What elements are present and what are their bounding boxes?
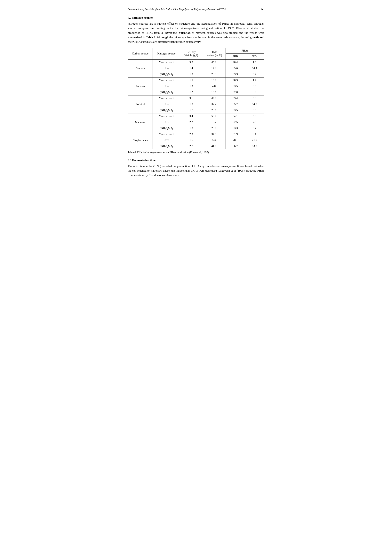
- nitrogen-source-cell: (NH4)2SO4: [153, 125, 180, 131]
- data-cell-hb: 93.3: [225, 125, 245, 131]
- data-cell-hv: 13.3: [245, 143, 264, 149]
- data-cell-cdw: 2.7: [180, 143, 202, 149]
- carbon-source-cell: Sorbitol: [128, 95, 153, 113]
- col-header-celldry: Cell dryWeight (g/l): [180, 48, 202, 60]
- nitrogen-source-cell: Yeast extract: [153, 113, 180, 119]
- section-63-heading: 6.3 Fermentation time: [128, 159, 264, 162]
- data-cell-content: 28.1: [202, 107, 225, 113]
- data-cell-hv: 6.7: [245, 125, 264, 131]
- data-cell-cdw: 1.6: [180, 137, 202, 143]
- table-row: MannitolYeast extract3.458.794.15.9: [128, 113, 264, 119]
- page-header: Fermentation of Sweet Sorghum into Added…: [128, 6, 264, 11]
- data-cell-hb: 92.0: [225, 89, 245, 95]
- table-row: SorbitolYeast extract3.144.893.46.9: [128, 95, 264, 101]
- data-cell-hv: 1.6: [245, 60, 264, 65]
- data-cell-hb: 92.5: [225, 119, 245, 125]
- nitrogen-source-cell: Urea: [153, 137, 180, 143]
- data-cell-content: 18.9: [202, 78, 225, 83]
- nitrogen-source-cell: (NH4)2SO4: [153, 143, 180, 149]
- data-cell-hb: 91.9: [225, 131, 245, 137]
- carbon-source-cell: Glucose: [128, 60, 153, 78]
- data-cell-hv: 6.5: [245, 83, 264, 89]
- data-cell-content: 5.3: [202, 137, 225, 143]
- data-cell-hv: 8.0: [245, 89, 264, 95]
- data-cell-hv: 8.1: [245, 131, 264, 137]
- data-cell-content: 29.3: [202, 71, 225, 78]
- data-cell-cdw: 1.3: [180, 83, 202, 89]
- data-cell-hv: 6.7: [245, 71, 264, 78]
- page-header-title: Fermentation of Sweet Sorghum into Added…: [128, 8, 226, 11]
- data-cell-content: 34.5: [202, 131, 225, 137]
- data-cell-hb: 78.1: [225, 137, 245, 143]
- data-cell-hv: 14.4: [245, 65, 264, 71]
- data-cell-hb: 85.7: [225, 101, 245, 107]
- data-cell-hb: 98.3: [225, 78, 245, 83]
- data-cell-cdw: 1.7: [180, 107, 202, 113]
- data-cell-cdw: 1.5: [180, 78, 202, 83]
- data-cell-hb: 93.3: [225, 71, 245, 78]
- data-cell-cdw: 1.8: [180, 125, 202, 131]
- data-cell-content: 37.2: [202, 101, 225, 107]
- nitrogen-source-cell: Urea: [153, 101, 180, 107]
- data-cell-hv: 6.9: [245, 95, 264, 101]
- carbon-source-cell: Sucrose: [128, 78, 153, 95]
- table-4: Carbon source Nitrogen source Cell dryWe…: [128, 48, 264, 154]
- nitrogen-source-cell: (NH4)2SO4: [153, 71, 180, 78]
- data-cell-content: 14.8: [202, 65, 225, 71]
- section-62: 6.2 Nitrogen sources Nitrogen sources ar…: [128, 16, 264, 44]
- data-cell-hv: 14.3: [245, 101, 264, 107]
- col-header-phas-content: PHAscontent (wt%): [202, 48, 225, 60]
- data-cell-hb: 94.1: [225, 113, 245, 119]
- section-63: 6.3 Fermentation time Timm & Steinbuchel…: [128, 159, 264, 178]
- data-cell-hv: 6.5: [245, 107, 264, 113]
- data-cell-hb: 66.7: [225, 143, 245, 149]
- data-cell-content: 4.0: [202, 83, 225, 89]
- data-cell-hb: 98.4: [225, 60, 245, 65]
- data-cell-content: 58.7: [202, 113, 225, 119]
- data-cell-cdw: 1.4: [180, 65, 202, 71]
- nitrogen-source-cell: Yeast extract: [153, 60, 180, 65]
- data-cell-cdw: 3.2: [180, 60, 202, 65]
- data-cell-content: 45.2: [202, 60, 225, 65]
- col-header-phas-group: PHAs: [225, 48, 264, 54]
- col-header-3hv: 3HV: [245, 54, 264, 60]
- data-cell-hv: 1.7: [245, 78, 264, 83]
- table-row: Na-gluconateYeast extract2.334.591.98.1: [128, 131, 264, 137]
- data-cell-hv: 5.9: [245, 113, 264, 119]
- table-row: GlucoseYeast extract3.245.298.41.6: [128, 60, 264, 65]
- nitrogen-source-cell: Yeast extract: [153, 78, 180, 83]
- nitrogen-sources-table: Carbon source Nitrogen source Cell dryWe…: [128, 48, 264, 149]
- nitrogen-source-cell: (NH4)2SO4: [153, 107, 180, 113]
- data-cell-cdw: 1.8: [180, 101, 202, 107]
- data-cell-content: 29.0: [202, 125, 225, 131]
- section-62-heading: 6.2 Nitrogen sources: [128, 16, 264, 20]
- col-header-3hb: 3HB: [225, 54, 245, 60]
- nitrogen-source-cell: (NH4)2SO4: [153, 89, 180, 95]
- data-cell-hb: 85.6: [225, 65, 245, 71]
- section-62-paragraph: Nitrogen sources are a nutrient effect o…: [128, 21, 264, 44]
- data-cell-content: 41.1: [202, 143, 225, 149]
- data-cell-hv: 21.9: [245, 137, 264, 143]
- table-caption: Table 4. Effect of nitrogen sources on P…: [128, 151, 264, 154]
- carbon-source-cell: Mannitol: [128, 113, 153, 131]
- data-cell-hb: 93.5: [225, 107, 245, 113]
- nitrogen-source-cell: Urea: [153, 119, 180, 125]
- data-cell-cdw: 1.8: [180, 71, 202, 78]
- data-cell-content: 18.2: [202, 119, 225, 125]
- data-cell-cdw: 2.3: [180, 131, 202, 137]
- carbon-source-cell: Na-gluconate: [128, 131, 153, 149]
- data-cell-content: 44.8: [202, 95, 225, 101]
- nitrogen-source-cell: Urea: [153, 65, 180, 71]
- section-63-paragraph: Timm & Steinbuchel (1990) revealed the p…: [128, 164, 264, 178]
- col-header-carbon: Carbon source: [128, 48, 153, 60]
- data-cell-hb: 93.4: [225, 95, 245, 101]
- table-row: SucroseYeast extract1.518.998.31.7: [128, 78, 264, 83]
- data-cell-content: 15.1: [202, 89, 225, 95]
- page-number: 53: [261, 7, 264, 11]
- nitrogen-source-cell: Yeast extract: [153, 131, 180, 137]
- data-cell-cdw: 1.2: [180, 89, 202, 95]
- data-cell-cdw: 3.4: [180, 113, 202, 119]
- col-header-nitrogen: Nitrogen source: [153, 48, 180, 60]
- data-cell-cdw: 2.2: [180, 119, 202, 125]
- data-cell-cdw: 3.1: [180, 95, 202, 101]
